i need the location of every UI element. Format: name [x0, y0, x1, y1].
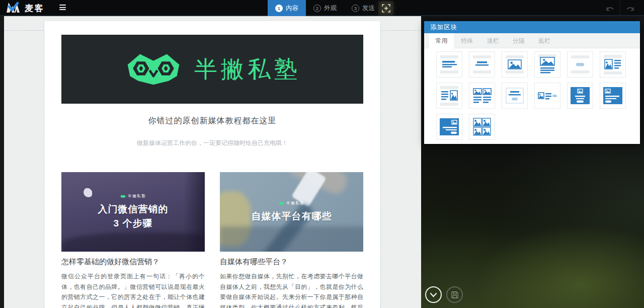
- article-image-media[interactable]: 半撇私塾 自媒体平台有哪些: [220, 172, 363, 252]
- editor-canvas[interactable]: 半撇私塾 你错过的原创新媒体教程都在这里 做新媒体运营工作的你，一定要记得随时给…: [0, 16, 421, 308]
- card-brand: 半撇私塾: [279, 200, 304, 206]
- step-外观[interactable]: 2外观: [306, 0, 344, 16]
- block-thumbnail-text-center[interactable]: [469, 51, 495, 78]
- guide-line: [380, 21, 381, 308]
- button-icon: [569, 53, 591, 75]
- app-title: 麦客: [25, 3, 45, 14]
- block-thumbnail-solid-center[interactable]: [567, 83, 593, 109]
- undo-icon[interactable]: [600, 0, 620, 16]
- text-image-right-icon: [438, 85, 460, 107]
- step-内容[interactable]: 1内容: [268, 0, 306, 16]
- solid-right-icon: [438, 116, 460, 138]
- block-thumbnail-text-button-box[interactable]: [502, 83, 528, 109]
- block-thumbnail-text-left[interactable]: [436, 51, 462, 78]
- canvas-left-edge: [0, 16, 4, 308]
- page-headline[interactable]: 你错过的原创新媒体教程都在这里: [44, 116, 380, 126]
- image-text-icon: [536, 53, 558, 75]
- owl-logo-icon: [124, 49, 183, 90]
- panel-tab-分隔[interactable]: 分隔: [506, 33, 531, 48]
- step-number: 1: [275, 5, 283, 12]
- image-icon: [504, 53, 526, 75]
- step-label: 发送: [362, 4, 375, 13]
- article-image-wechat[interactable]: 半撇私塾 入门微信营销的3 个步骤: [61, 172, 205, 252]
- maike-logo-icon: [6, 2, 20, 15]
- panel-tabs: 常用特殊顶栏分隔底栏: [424, 33, 640, 48]
- article-title[interactable]: 怎样零基础的做好微信营销？: [61, 257, 205, 267]
- collapse-panel-button[interactable]: [425, 286, 442, 303]
- add-block-icon[interactable]: [378, 1, 393, 15]
- block-thumbnail-two-col-image-text[interactable]: [469, 83, 495, 109]
- article-column-left[interactable]: 半撇私塾 入门微信营销的3 个步骤 怎样零基础的做好微信营销？ 微信公众平台的登…: [61, 172, 205, 308]
- step-number: 3: [352, 5, 359, 12]
- add-block-panel: 添加区块 常用特殊顶栏分隔底栏: [424, 21, 640, 144]
- block-thumbnail-image[interactable]: [502, 51, 528, 78]
- solid-center-icon: [569, 85, 591, 107]
- image-text-button-icon: [536, 85, 558, 107]
- block-thumbnail-text-image-right[interactable]: [436, 83, 462, 109]
- block-thumbnail-solid-left[interactable]: [600, 83, 626, 109]
- two-col-image-text-icon: [471, 85, 493, 107]
- email-page[interactable]: 半撇私塾 你错过的原创新媒体教程都在这里 做新媒体运营工作的你，一定要记得随时给…: [44, 21, 380, 308]
- panel-tab-底栏[interactable]: 底栏: [532, 33, 556, 48]
- block-thumbnail-solid-right[interactable]: [436, 114, 462, 140]
- block-thumbnail-image-left-text[interactable]: [600, 51, 626, 78]
- block-thumbnail-image-text[interactable]: [534, 51, 560, 78]
- solid-left-icon: [602, 85, 624, 107]
- page-brand-text: 半撇私塾: [194, 54, 301, 85]
- menu-icon[interactable]: [59, 5, 66, 12]
- panel-tab-常用[interactable]: 常用: [429, 33, 454, 49]
- topbar: 麦客 1内容2外观3发送: [0, 0, 644, 16]
- card-brand: 半撇私塾: [120, 193, 146, 199]
- redo-icon[interactable]: [620, 0, 640, 16]
- block-thumbnail-image-text-button[interactable]: [534, 83, 560, 109]
- panel-tab-顶栏[interactable]: 顶栏: [480, 33, 505, 48]
- step-发送[interactable]: 3发送: [344, 0, 382, 16]
- article-body[interactable]: 微信公众平台的登录页面上有一句话：「再小的个体，也有自己的品牌。」微信营销可以说…: [61, 271, 205, 308]
- article-title[interactable]: 自媒体有哪些平台？: [220, 257, 363, 267]
- page-subheadline[interactable]: 做新媒体运营工作的你，一定要记得随时给自己充电哦！: [44, 139, 380, 147]
- text-center-icon: [471, 53, 493, 75]
- panel-tab-特殊[interactable]: 特殊: [455, 33, 479, 48]
- article-column-right[interactable]: 半撇私塾 自媒体平台有哪些 自媒体有哪些平台？ 如果你想做自媒体，先别忙，在考虑…: [220, 172, 363, 308]
- text-left-icon: [438, 53, 460, 75]
- step-nav: 1内容2外观3发送: [268, 0, 382, 16]
- image-left-text-icon: [602, 53, 624, 75]
- article-body[interactable]: 如果你想做自媒体，先别忙，在考虑要去哪个平台做自媒体人之前，我想先从「目的」，也…: [220, 271, 363, 308]
- panel-title[interactable]: 添加区块: [424, 21, 640, 33]
- step-label: 外观: [324, 4, 337, 13]
- editor-main: 半撇私塾 你错过的原创新媒体教程都在这里 做新媒体运营工作的你，一定要记得随时给…: [0, 16, 644, 308]
- text-button-box-icon: [504, 85, 526, 107]
- page-header-block[interactable]: 半撇私塾: [61, 35, 363, 104]
- image-grid-4-icon: [471, 116, 493, 138]
- save-button[interactable]: [446, 286, 463, 303]
- step-number: 2: [313, 5, 321, 12]
- block-thumbnail-image-grid-4[interactable]: [469, 114, 495, 140]
- block-grid: [424, 48, 640, 140]
- block-thumbnail-button[interactable]: [567, 51, 593, 78]
- card-title: 自媒体平台有哪些: [252, 209, 332, 223]
- step-label: 内容: [286, 4, 298, 13]
- card-title: 入门微信营销的3 个步骤: [98, 202, 169, 230]
